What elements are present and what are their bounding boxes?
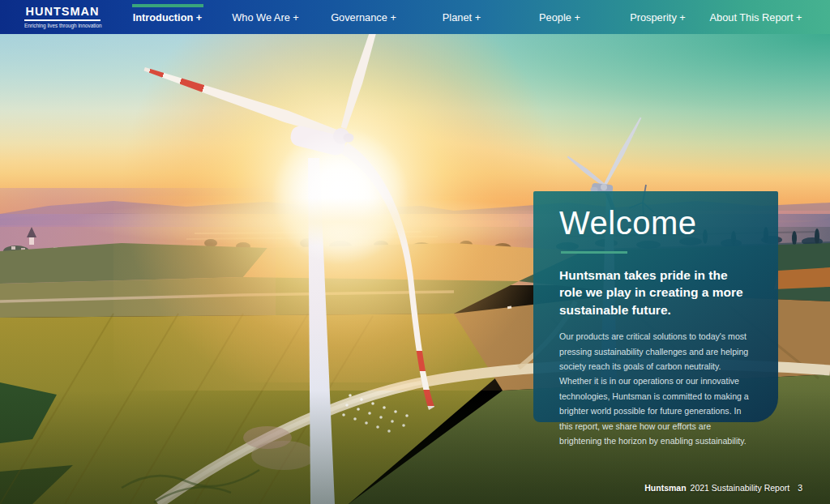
huntsman-logo[interactable]: HUNTSMAN Enriching lives through innovat… [24,6,101,28]
footer-page-number: 3 [798,483,802,493]
logo-wordmark: HUNTSMAN [24,6,101,21]
logo-tagline: Enriching lives through innovation [24,23,101,28]
nav-item-about-this-report[interactable]: About This Report + [707,0,805,34]
welcome-body: Our products are critical solutions to t… [559,329,755,448]
nav-item-prosperity[interactable]: Prosperity + [609,0,707,34]
nav-item-planet[interactable]: Planet + [413,0,511,34]
page-footer: Huntsman2021 Sustainability Report3 [644,483,802,493]
nav-item-introduction[interactable]: Introduction + [118,0,216,34]
accent-rule [561,251,627,254]
footer-brand: Huntsman [644,483,686,493]
welcome-card: Welcome Huntsman takes pride in the role… [533,191,778,422]
welcome-lead: Huntsman takes pride in the role we play… [559,267,752,318]
nav-item-people[interactable]: People + [511,0,609,34]
nav-menu: Introduction + Who We Are + Governance +… [118,0,805,34]
nav-item-governance[interactable]: Governance + [314,0,413,34]
welcome-title: Welcome [559,205,754,241]
top-navigation-bar: HUNTSMAN Enriching lives through innovat… [0,0,830,34]
footer-report-title: 2021 Sustainability Report [691,483,790,493]
report-page: HUNTSMAN Enriching lives through innovat… [0,0,830,504]
nav-item-who-we-are[interactable]: Who We Are + [216,0,314,34]
